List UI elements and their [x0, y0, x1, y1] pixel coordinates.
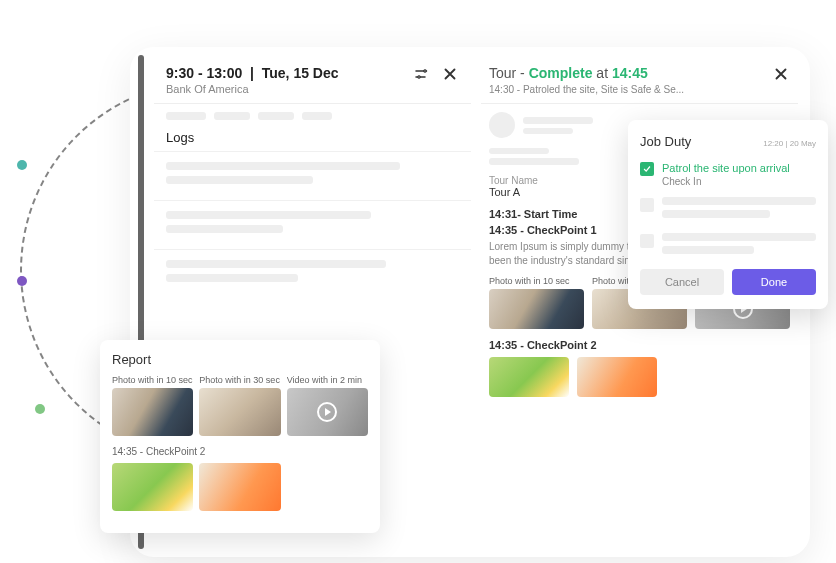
- photo-thumbnail[interactable]: [199, 388, 280, 436]
- log-item[interactable]: [154, 200, 471, 249]
- media-label: Photo with in 10 sec: [489, 276, 584, 286]
- duty-item[interactable]: Patrol the site upon arrival Check In: [640, 161, 816, 187]
- checkpoint-2-line: 14:35 - CheckPoint 2: [489, 339, 790, 351]
- video-thumbnail[interactable]: [287, 388, 368, 436]
- log-item[interactable]: [154, 151, 471, 200]
- avatar: [489, 112, 515, 138]
- filter-icon[interactable]: [413, 65, 431, 83]
- photo-thumbnail[interactable]: [112, 388, 193, 436]
- tour-title: Tour - Complete at 14:45: [489, 65, 684, 81]
- report-card: Report Photo with in 10 sec Photo with i…: [100, 340, 380, 533]
- decorative-dot: [17, 160, 27, 170]
- duty-item-label: Patrol the site upon arrival: [662, 161, 790, 175]
- checkbox-icon[interactable]: [640, 234, 654, 248]
- job-duty-title: Job Duty: [640, 134, 691, 149]
- media-row: [489, 357, 790, 397]
- photo-thumbnail[interactable]: [489, 357, 569, 397]
- shift-location: Bank Of America: [166, 83, 339, 95]
- close-icon[interactable]: [441, 65, 459, 83]
- checkbox-icon[interactable]: [640, 162, 654, 176]
- logs-heading: Logs: [154, 124, 471, 151]
- photo-thumbnail[interactable]: [199, 463, 280, 511]
- job-duty-card: Job Duty 12:20 | 20 May Patrol the site …: [628, 120, 828, 309]
- media-label: Video with in 2 min: [287, 375, 368, 385]
- decorative-dot: [17, 276, 27, 286]
- media-label: Photo with in 10 sec: [112, 375, 193, 385]
- tour-header: Tour - Complete at 14:45 14:30 - Patrole…: [481, 55, 798, 104]
- decorative-dot: [35, 404, 45, 414]
- photo-thumbnail[interactable]: [577, 357, 657, 397]
- duty-item[interactable]: [640, 197, 816, 223]
- duty-item-sub: Check In: [662, 176, 790, 187]
- shift-header: 9:30 - 13:00 | Tue, 15 Dec Bank Of Ameri…: [154, 55, 471, 104]
- play-icon: [317, 402, 337, 422]
- media-label: Photo with in 30 sec: [199, 375, 280, 385]
- media-row: Photo with in 10 sec Photo with in 30 se…: [112, 375, 368, 436]
- log-item[interactable]: [154, 249, 471, 298]
- cancel-button[interactable]: Cancel: [640, 269, 724, 295]
- close-icon[interactable]: [772, 65, 790, 83]
- photo-thumbnail[interactable]: [489, 289, 584, 329]
- photo-thumbnail[interactable]: [112, 463, 193, 511]
- shift-time-date: 9:30 - 13:00 | Tue, 15 Dec: [166, 65, 339, 81]
- done-button[interactable]: Done: [732, 269, 816, 295]
- job-duty-timestamp: 12:20 | 20 May: [763, 139, 816, 148]
- checkbox-icon[interactable]: [640, 198, 654, 212]
- skeleton-row: [154, 104, 471, 124]
- checkpoint-2-line: 14:35 - CheckPoint 2: [112, 446, 368, 457]
- report-title: Report: [112, 352, 368, 367]
- media-row: [112, 463, 368, 511]
- tour-subtitle: 14:30 - Patroled the site, Site is Safe …: [489, 84, 684, 95]
- duty-item[interactable]: [640, 233, 816, 259]
